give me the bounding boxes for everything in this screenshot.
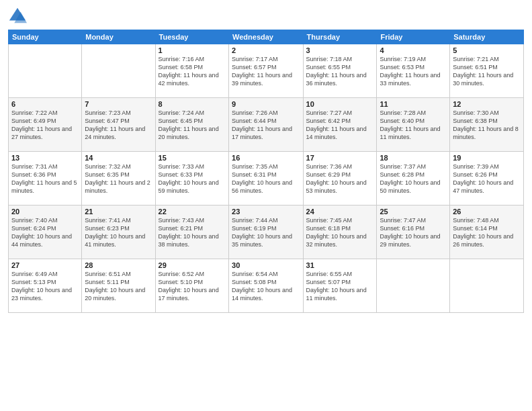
calendar-cell <box>450 259 524 313</box>
calendar-cell: 18Sunrise: 7:37 AMSunset: 6:28 PMDayligh… <box>377 152 450 205</box>
calendar-cell: 31Sunrise: 6:55 AMSunset: 5:07 PMDayligh… <box>303 259 377 313</box>
day-number: 8 <box>159 100 226 108</box>
calendar-cell: 19Sunrise: 7:39 AMSunset: 6:26 PMDayligh… <box>450 152 524 205</box>
day-info: Sunrise: 6:54 AMSunset: 5:08 PMDaylight:… <box>232 270 300 303</box>
day-number: 29 <box>159 261 226 269</box>
day-number: 16 <box>232 154 300 162</box>
calendar-cell: 10Sunrise: 7:27 AMSunset: 6:42 PMDayligh… <box>303 98 377 152</box>
calendar-cell: 30Sunrise: 6:54 AMSunset: 5:08 PMDayligh… <box>229 259 304 313</box>
day-info: Sunrise: 7:35 AMSunset: 6:31 PMDaylight:… <box>232 163 300 195</box>
calendar-cell: 9Sunrise: 7:26 AMSunset: 6:44 PMDaylight… <box>229 98 304 152</box>
day-number: 27 <box>11 261 79 269</box>
weekday-header-wednesday: Wednesday <box>229 30 304 44</box>
page-header <box>8 7 524 26</box>
day-number: 18 <box>380 154 447 162</box>
day-number: 4 <box>380 46 447 54</box>
day-info: Sunrise: 7:17 AMSunset: 6:57 PMDaylight:… <box>232 55 300 88</box>
day-info: Sunrise: 7:22 AMSunset: 6:49 PMDaylight:… <box>11 109 79 142</box>
calendar-table: SundayMondayTuesdayWednesdayThursdayFrid… <box>8 30 524 313</box>
day-number: 2 <box>232 46 300 54</box>
day-info: Sunrise: 7:24 AMSunset: 6:45 PMDaylight:… <box>159 109 226 142</box>
calendar-cell: 1Sunrise: 7:16 AMSunset: 6:58 PMDaylight… <box>155 44 228 98</box>
calendar-week-2: 6Sunrise: 7:22 AMSunset: 6:49 PMDaylight… <box>9 98 524 152</box>
day-number: 1 <box>159 46 226 54</box>
day-info: Sunrise: 7:19 AMSunset: 6:53 PMDaylight:… <box>380 55 447 88</box>
day-info: Sunrise: 7:18 AMSunset: 6:55 PMDaylight:… <box>306 55 374 88</box>
calendar-cell: 21Sunrise: 7:41 AMSunset: 6:23 PMDayligh… <box>82 205 155 259</box>
calendar-cell: 16Sunrise: 7:35 AMSunset: 6:31 PMDayligh… <box>229 152 304 205</box>
day-info: Sunrise: 7:28 AMSunset: 6:40 PMDaylight:… <box>380 109 447 142</box>
day-info: Sunrise: 7:39 AMSunset: 6:26 PMDaylight:… <box>453 163 521 195</box>
calendar-cell: 22Sunrise: 7:43 AMSunset: 6:21 PMDayligh… <box>155 205 228 259</box>
day-number: 21 <box>85 208 152 216</box>
day-info: Sunrise: 7:23 AMSunset: 6:47 PMDaylight:… <box>85 109 152 142</box>
calendar-cell: 26Sunrise: 7:48 AMSunset: 6:14 PMDayligh… <box>450 205 524 259</box>
day-info: Sunrise: 7:21 AMSunset: 6:51 PMDaylight:… <box>453 55 521 88</box>
calendar-week-3: 13Sunrise: 7:31 AMSunset: 6:36 PMDayligh… <box>9 152 524 205</box>
day-info: Sunrise: 7:16 AMSunset: 6:58 PMDaylight:… <box>159 55 226 88</box>
day-number: 22 <box>159 208 226 216</box>
day-number: 30 <box>232 261 300 269</box>
day-info: Sunrise: 7:47 AMSunset: 6:16 PMDaylight:… <box>380 216 447 249</box>
weekday-header-friday: Friday <box>377 30 450 44</box>
weekday-header-tuesday: Tuesday <box>155 30 228 44</box>
day-info: Sunrise: 7:26 AMSunset: 6:44 PMDaylight:… <box>232 109 300 142</box>
calendar-cell: 28Sunrise: 6:51 AMSunset: 5:11 PMDayligh… <box>82 259 155 313</box>
day-number: 14 <box>85 154 152 162</box>
day-number: 5 <box>453 46 521 54</box>
calendar-cell: 24Sunrise: 7:45 AMSunset: 6:18 PMDayligh… <box>303 205 377 259</box>
calendar-cell: 12Sunrise: 7:30 AMSunset: 6:38 PMDayligh… <box>450 98 524 152</box>
weekday-header-sunday: Sunday <box>9 30 82 44</box>
calendar-cell: 29Sunrise: 6:52 AMSunset: 5:10 PMDayligh… <box>155 259 228 313</box>
day-info: Sunrise: 6:52 AMSunset: 5:10 PMDaylight:… <box>159 270 226 303</box>
calendar-week-4: 20Sunrise: 7:40 AMSunset: 6:24 PMDayligh… <box>9 205 524 259</box>
day-info: Sunrise: 7:44 AMSunset: 6:19 PMDaylight:… <box>232 216 300 249</box>
day-number: 20 <box>11 208 79 216</box>
day-info: Sunrise: 7:48 AMSunset: 6:14 PMDaylight:… <box>453 216 521 249</box>
day-number: 19 <box>453 154 521 162</box>
calendar-header-row: SundayMondayTuesdayWednesdayThursdayFrid… <box>9 30 524 44</box>
day-number: 26 <box>453 208 521 216</box>
day-number: 6 <box>11 100 79 108</box>
day-info: Sunrise: 7:40 AMSunset: 6:24 PMDaylight:… <box>11 216 79 249</box>
day-info: Sunrise: 6:51 AMSunset: 5:11 PMDaylight:… <box>85 270 152 303</box>
weekday-header-saturday: Saturday <box>450 30 524 44</box>
day-number: 15 <box>159 154 226 162</box>
day-info: Sunrise: 7:36 AMSunset: 6:29 PMDaylight:… <box>306 163 374 195</box>
calendar-cell <box>377 259 450 313</box>
day-number: 28 <box>85 261 152 269</box>
calendar-cell: 8Sunrise: 7:24 AMSunset: 6:45 PMDaylight… <box>155 98 228 152</box>
calendar-cell: 27Sunrise: 6:49 AMSunset: 5:13 PMDayligh… <box>9 259 82 313</box>
calendar-cell: 4Sunrise: 7:19 AMSunset: 6:53 PMDaylight… <box>377 44 450 98</box>
calendar-cell <box>9 44 82 98</box>
day-number: 9 <box>232 100 300 108</box>
calendar-cell <box>82 44 155 98</box>
weekday-header-thursday: Thursday <box>303 30 377 44</box>
calendar-cell: 17Sunrise: 7:36 AMSunset: 6:29 PMDayligh… <box>303 152 377 205</box>
day-info: Sunrise: 7:37 AMSunset: 6:28 PMDaylight:… <box>380 163 447 195</box>
calendar-cell: 11Sunrise: 7:28 AMSunset: 6:40 PMDayligh… <box>377 98 450 152</box>
logo-icon <box>8 7 27 26</box>
day-number: 23 <box>232 208 300 216</box>
calendar-cell: 2Sunrise: 7:17 AMSunset: 6:57 PMDaylight… <box>229 44 304 98</box>
calendar-week-1: 1Sunrise: 7:16 AMSunset: 6:58 PMDaylight… <box>9 44 524 98</box>
calendar-cell: 15Sunrise: 7:33 AMSunset: 6:33 PMDayligh… <box>155 152 228 205</box>
calendar-cell: 23Sunrise: 7:44 AMSunset: 6:19 PMDayligh… <box>229 205 304 259</box>
day-info: Sunrise: 7:33 AMSunset: 6:33 PMDaylight:… <box>159 163 226 195</box>
day-number: 11 <box>380 100 447 108</box>
day-info: Sunrise: 7:32 AMSunset: 6:35 PMDaylight:… <box>85 163 152 195</box>
day-info: Sunrise: 7:27 AMSunset: 6:42 PMDaylight:… <box>306 109 374 142</box>
calendar-cell: 13Sunrise: 7:31 AMSunset: 6:36 PMDayligh… <box>9 152 82 205</box>
day-info: Sunrise: 7:43 AMSunset: 6:21 PMDaylight:… <box>159 216 226 249</box>
calendar-cell: 6Sunrise: 7:22 AMSunset: 6:49 PMDaylight… <box>9 98 82 152</box>
day-info: Sunrise: 7:30 AMSunset: 6:38 PMDaylight:… <box>453 109 521 142</box>
day-number: 24 <box>306 208 374 216</box>
calendar-cell: 7Sunrise: 7:23 AMSunset: 6:47 PMDaylight… <box>82 98 155 152</box>
weekday-header-monday: Monday <box>82 30 155 44</box>
calendar-cell: 3Sunrise: 7:18 AMSunset: 6:55 PMDaylight… <box>303 44 377 98</box>
day-number: 13 <box>11 154 79 162</box>
day-number: 17 <box>306 154 374 162</box>
day-info: Sunrise: 6:55 AMSunset: 5:07 PMDaylight:… <box>306 270 374 303</box>
calendar-cell: 5Sunrise: 7:21 AMSunset: 6:51 PMDaylight… <box>450 44 524 98</box>
calendar-cell: 20Sunrise: 7:40 AMSunset: 6:24 PMDayligh… <box>9 205 82 259</box>
